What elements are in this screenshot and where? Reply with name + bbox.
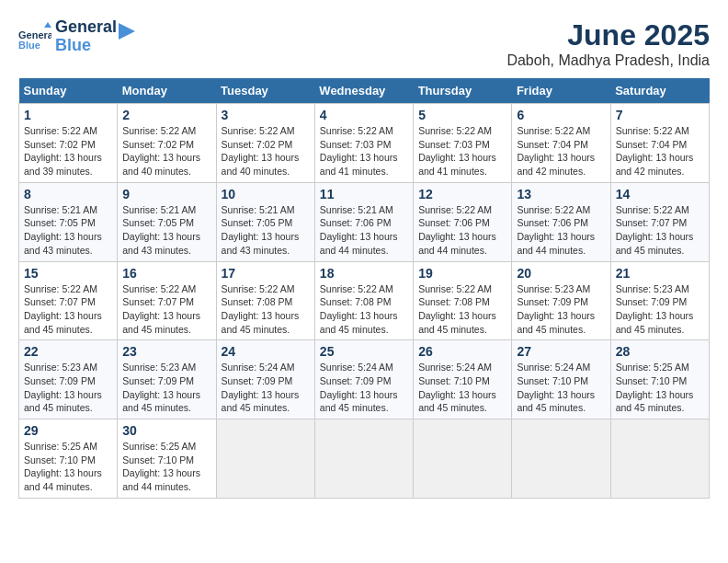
calendar-cell: 30 Sunrise: 5:25 AMSunset: 7:10 PMDaylig…: [118, 419, 216, 499]
day-number: 9: [122, 187, 210, 201]
day-number: 30: [122, 423, 210, 438]
day-number: 17: [222, 266, 310, 281]
day-number: 4: [320, 108, 408, 122]
day-info: Sunrise: 5:24 AMSunset: 7:09 PMDaylight:…: [320, 362, 398, 413]
calendar-cell: 25 Sunrise: 5:24 AMSunset: 7:09 PMDaylig…: [314, 340, 413, 419]
day-header-saturday: Saturday: [610, 78, 709, 104]
logo-arrow-icon: [119, 23, 135, 40]
day-info: Sunrise: 5:24 AMSunset: 7:10 PMDaylight:…: [517, 362, 595, 413]
day-number: 12: [418, 187, 506, 201]
day-number: 20: [517, 266, 605, 281]
calendar-week-row: 15 Sunrise: 5:22 AMSunset: 7:07 PMDaylig…: [19, 261, 710, 340]
svg-text:Blue: Blue: [18, 40, 40, 51]
day-info: Sunrise: 5:22 AMSunset: 7:02 PMDaylight:…: [122, 125, 200, 177]
calendar-cell: 13 Sunrise: 5:22 AMSunset: 7:06 PMDaylig…: [512, 182, 610, 261]
calendar-cell: [512, 419, 610, 499]
day-info: Sunrise: 5:22 AMSunset: 7:03 PMDaylight:…: [418, 125, 496, 177]
day-number: 22: [24, 344, 112, 359]
day-number: 13: [517, 187, 605, 201]
day-info: Sunrise: 5:22 AMSunset: 7:02 PMDaylight:…: [24, 125, 102, 177]
day-number: 6: [517, 108, 605, 122]
calendar-cell: 1 Sunrise: 5:22 AMSunset: 7:02 PMDayligh…: [19, 104, 118, 183]
day-header-tuesday: Tuesday: [216, 78, 314, 104]
calendar-cell: 6 Sunrise: 5:22 AMSunset: 7:04 PMDayligh…: [512, 104, 610, 183]
day-info: Sunrise: 5:23 AMSunset: 7:09 PMDaylight:…: [24, 362, 102, 413]
location-subtitle: Daboh, Madhya Pradesh, India: [506, 52, 710, 69]
calendar-cell: 14 Sunrise: 5:22 AMSunset: 7:07 PMDaylig…: [610, 182, 709, 261]
day-info: Sunrise: 5:22 AMSunset: 7:02 PMDaylight:…: [222, 125, 300, 177]
day-number: 10: [222, 187, 310, 201]
day-number: 15: [24, 266, 112, 281]
calendar-cell: 21 Sunrise: 5:23 AMSunset: 7:09 PMDaylig…: [610, 261, 709, 340]
calendar-cell: 27 Sunrise: 5:24 AMSunset: 7:10 PMDaylig…: [512, 340, 610, 419]
calendar-week-row: 29 Sunrise: 5:25 AMSunset: 7:10 PMDaylig…: [19, 419, 710, 499]
calendar-cell: 4 Sunrise: 5:22 AMSunset: 7:03 PMDayligh…: [314, 104, 413, 183]
day-number: 24: [222, 344, 310, 359]
day-info: Sunrise: 5:22 AMSunset: 7:07 PMDaylight:…: [24, 283, 102, 335]
calendar-cell: 5 Sunrise: 5:22 AMSunset: 7:03 PMDayligh…: [414, 104, 512, 183]
day-number: 14: [616, 187, 704, 201]
day-info: Sunrise: 5:25 AMSunset: 7:10 PMDaylight:…: [122, 441, 200, 492]
calendar-cell: 8 Sunrise: 5:21 AMSunset: 7:05 PMDayligh…: [19, 182, 118, 261]
logo-line1: General: [55, 18, 117, 37]
calendar-cell: 12 Sunrise: 5:22 AMSunset: 7:06 PMDaylig…: [414, 182, 512, 261]
day-info: Sunrise: 5:22 AMSunset: 7:06 PMDaylight:…: [418, 204, 496, 256]
calendar-header-row: SundayMondayTuesdayWednesdayThursdayFrid…: [19, 78, 710, 104]
calendar-cell: 23 Sunrise: 5:23 AMSunset: 7:09 PMDaylig…: [118, 340, 216, 419]
calendar-cell: 20 Sunrise: 5:23 AMSunset: 7:09 PMDaylig…: [512, 261, 610, 340]
day-info: Sunrise: 5:22 AMSunset: 7:08 PMDaylight:…: [222, 283, 300, 335]
calendar-cell: 18 Sunrise: 5:22 AMSunset: 7:08 PMDaylig…: [314, 261, 413, 340]
day-number: 1: [24, 108, 112, 122]
month-title: June 2025: [506, 18, 710, 52]
title-area: June 2025 Daboh, Madhya Pradesh, India: [506, 18, 710, 69]
calendar-cell: 11 Sunrise: 5:21 AMSunset: 7:06 PMDaylig…: [314, 182, 413, 261]
day-header-wednesday: Wednesday: [314, 78, 413, 104]
day-number: 26: [418, 344, 506, 359]
day-info: Sunrise: 5:24 AMSunset: 7:10 PMDaylight:…: [418, 362, 496, 413]
day-info: Sunrise: 5:23 AMSunset: 7:09 PMDaylight:…: [122, 362, 200, 413]
calendar-week-row: 1 Sunrise: 5:22 AMSunset: 7:02 PMDayligh…: [19, 104, 710, 183]
calendar-cell: 28 Sunrise: 5:25 AMSunset: 7:10 PMDaylig…: [610, 340, 709, 419]
day-info: Sunrise: 5:21 AMSunset: 7:05 PMDaylight:…: [24, 204, 102, 256]
day-info: Sunrise: 5:21 AMSunset: 7:06 PMDaylight:…: [320, 204, 398, 256]
day-number: 28: [616, 344, 704, 359]
day-header-thursday: Thursday: [414, 78, 512, 104]
logo-line2: Blue: [55, 37, 117, 55]
day-number: 2: [122, 108, 210, 122]
calendar-cell: 9 Sunrise: 5:21 AMSunset: 7:05 PMDayligh…: [118, 182, 216, 261]
logo-icon: General Blue: [18, 20, 51, 53]
day-number: 7: [616, 108, 704, 122]
day-header-friday: Friday: [512, 78, 610, 104]
day-number: 21: [616, 266, 704, 281]
svg-marker-2: [44, 22, 51, 28]
day-info: Sunrise: 5:22 AMSunset: 7:08 PMDaylight:…: [418, 283, 496, 335]
day-info: Sunrise: 5:21 AMSunset: 7:05 PMDaylight:…: [122, 204, 200, 256]
day-info: Sunrise: 5:22 AMSunset: 7:07 PMDaylight:…: [122, 283, 200, 335]
day-number: 23: [122, 344, 210, 359]
calendar-cell: [610, 419, 709, 499]
day-header-monday: Monday: [118, 78, 216, 104]
calendar-cell: 7 Sunrise: 5:22 AMSunset: 7:04 PMDayligh…: [610, 104, 709, 183]
calendar-week-row: 22 Sunrise: 5:23 AMSunset: 7:09 PMDaylig…: [19, 340, 710, 419]
day-info: Sunrise: 5:25 AMSunset: 7:10 PMDaylight:…: [616, 362, 694, 413]
calendar-cell: 10 Sunrise: 5:21 AMSunset: 7:05 PMDaylig…: [216, 182, 314, 261]
day-number: 11: [320, 187, 408, 201]
calendar-cell: [314, 419, 413, 499]
day-info: Sunrise: 5:22 AMSunset: 7:04 PMDaylight:…: [616, 125, 694, 177]
calendar-cell: 22 Sunrise: 5:23 AMSunset: 7:09 PMDaylig…: [19, 340, 118, 419]
day-number: 16: [122, 266, 210, 281]
svg-marker-3: [119, 23, 135, 40]
day-number: 3: [222, 108, 310, 122]
day-number: 8: [24, 187, 112, 201]
day-number: 19: [418, 266, 506, 281]
calendar-cell: 16 Sunrise: 5:22 AMSunset: 7:07 PMDaylig…: [118, 261, 216, 340]
day-number: 18: [320, 266, 408, 281]
calendar-cell: 26 Sunrise: 5:24 AMSunset: 7:10 PMDaylig…: [414, 340, 512, 419]
day-info: Sunrise: 5:23 AMSunset: 7:09 PMDaylight:…: [616, 283, 694, 335]
calendar-week-row: 8 Sunrise: 5:21 AMSunset: 7:05 PMDayligh…: [19, 182, 710, 261]
day-info: Sunrise: 5:22 AMSunset: 7:03 PMDaylight:…: [320, 125, 398, 177]
logo: General Blue General Blue: [18, 18, 135, 55]
day-info: Sunrise: 5:21 AMSunset: 7:05 PMDaylight:…: [222, 204, 300, 256]
day-number: 27: [517, 344, 605, 359]
day-info: Sunrise: 5:23 AMSunset: 7:09 PMDaylight:…: [517, 283, 595, 335]
